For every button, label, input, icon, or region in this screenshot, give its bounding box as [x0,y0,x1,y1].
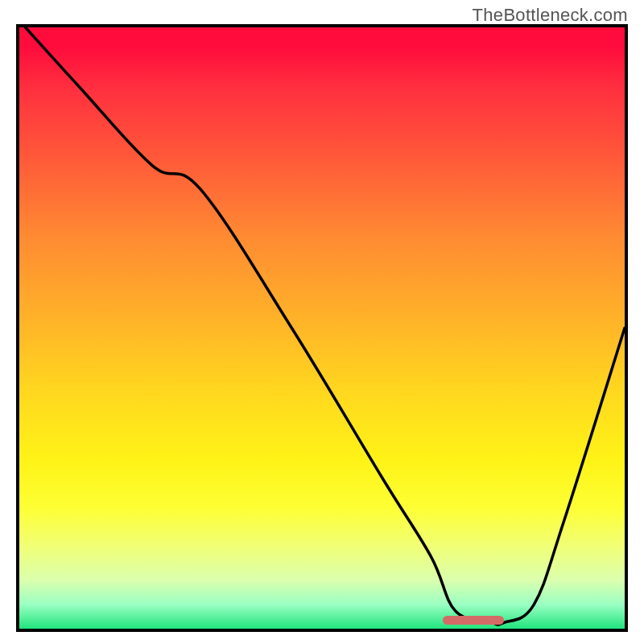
optimal-range-marker [443,616,503,625]
curve-layer [19,27,625,629]
chart-container: TheBottleneck.com [0,0,644,644]
bottleneck-curve-path [26,27,625,625]
plot-area [16,24,628,632]
watermark-text: TheBottleneck.com [473,5,628,26]
